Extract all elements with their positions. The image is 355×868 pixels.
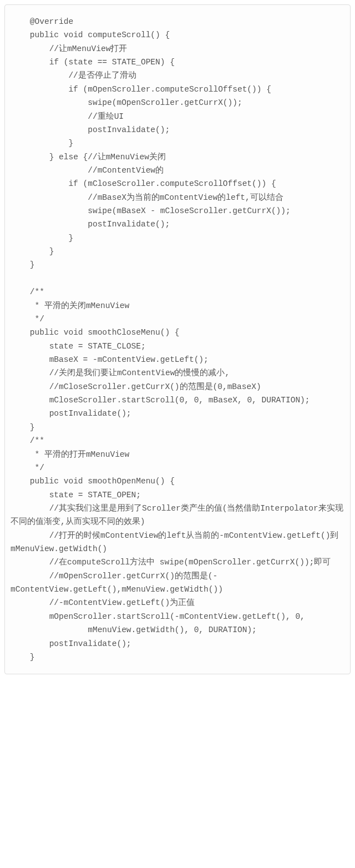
code-content: @Override public void computeScroll() { … — [11, 15, 344, 664]
code-block-container: @Override public void computeScroll() { … — [4, 4, 351, 674]
